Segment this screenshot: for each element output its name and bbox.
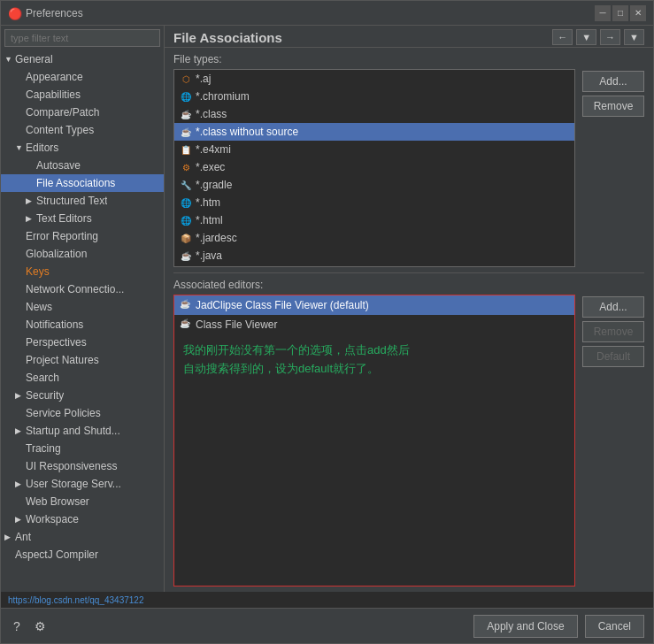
associated-editor-item[interactable]: ☕JadClipse Class File Viewer (default) (174, 295, 574, 315)
tree-item-content-types[interactable]: Content Types (1, 121, 164, 139)
close-button[interactable]: ✕ (630, 5, 646, 21)
apply-close-button[interactable]: Apply and Close (473, 615, 577, 638)
title-bar-left: 🔴 Preferences (8, 7, 83, 19)
filter-input[interactable] (4, 29, 160, 47)
nav-arrows: ← ▼ → ▼ (552, 29, 644, 45)
class-icon: ☕ (180, 108, 192, 120)
tree-item-capabilities[interactable]: Capabilities (1, 86, 164, 104)
jardesc-icon: 📦 (180, 232, 192, 244)
cancel-button[interactable]: Cancel (585, 615, 644, 638)
tree-label-workspace: Workspace (26, 513, 79, 525)
file-type-item[interactable]: 📋*.e4xmi (174, 141, 574, 158)
file-types-buttons: Add... Remove (582, 69, 644, 267)
htm-icon: 🌐 (180, 196, 192, 209)
add-editor-button[interactable]: Add... (582, 296, 644, 318)
right-panel: File Associations ← ▼ → ▼ File types: ⬡*… (165, 26, 653, 592)
tree-arrow-ant[interactable]: ▶ (4, 533, 15, 541)
tree-arrow-structured-text[interactable]: ▶ (26, 196, 36, 205)
tree-item-general[interactable]: ▼General (1, 50, 164, 68)
tree-item-user-storage[interactable]: ▶User Storage Serv... (1, 475, 164, 493)
window-title: Preferences (26, 7, 83, 19)
tree-label-keys: Keys (26, 265, 50, 278)
associated-editors-list[interactable]: ☕JadClipse Class File Viewer (default)☕C… (173, 295, 575, 586)
tree-label-compare-patch: Compare/Patch (26, 106, 99, 119)
add-file-type-button[interactable]: Add... (582, 71, 644, 92)
tree-item-ant[interactable]: ▶Ant (1, 528, 164, 546)
remove-editor-button[interactable]: Remove (582, 321, 644, 342)
tree-arrow-general[interactable]: ▼ (4, 55, 15, 64)
tree-label-ant: Ant (15, 531, 31, 543)
nav-forward-button[interactable]: → (600, 29, 620, 45)
tree-label-ui-responsiveness: UI Responsiveness (26, 460, 117, 472)
associated-editors-section: ☕JadClipse Class File Viewer (default)☕C… (165, 295, 653, 592)
remove-file-type-button[interactable]: Remove (582, 96, 644, 117)
tree-label-general: General (15, 53, 53, 65)
tree-label-error-reporting: Error Reporting (26, 230, 98, 242)
tree-item-file-associations[interactable]: File Associations (1, 174, 164, 192)
settings-button[interactable]: ⚙ (31, 617, 50, 635)
tree-label-user-storage: User Storage Serv... (26, 478, 121, 490)
tree-item-news[interactable]: News (1, 298, 164, 316)
file-type-item[interactable]: ☕*.java (174, 247, 574, 264)
nav-forward-down-button[interactable]: ▼ (624, 29, 644, 45)
minimize-button[interactable]: ─ (595, 5, 611, 21)
file-types-list[interactable]: ⬡*.aj🌐*.chromium☕*.class☕*.class without… (173, 69, 575, 267)
tree-item-search[interactable]: Search (1, 369, 164, 387)
tree-item-security[interactable]: ▶Security (1, 387, 164, 404)
file-types-label: File types: (165, 48, 653, 69)
nav-back-button[interactable]: ← (552, 29, 573, 45)
maximize-button[interactable]: □ (612, 5, 628, 21)
tree-item-project-natures[interactable]: Project Natures (1, 351, 164, 369)
tree-item-web-browser[interactable]: Web Browser (1, 493, 164, 510)
tree-arrow-workspace[interactable]: ▶ (15, 515, 26, 524)
title-bar-controls: ─ □ ✕ (595, 5, 646, 21)
tree-item-globalization[interactable]: Globalization (1, 245, 164, 263)
file-type-item[interactable]: 🌐*.chromium (174, 88, 574, 105)
preferences-window: 🔴 Preferences ─ □ ✕ ▼GeneralAppearanceCa… (0, 0, 654, 644)
tree-item-perspectives[interactable]: Perspectives (1, 334, 164, 351)
tree-item-appearance[interactable]: Appearance (1, 68, 164, 86)
file-type-item[interactable]: 🔧*.gradle (174, 176, 574, 194)
file-type-item[interactable]: 📄*.jpage (174, 264, 574, 267)
tree-item-service-policies[interactable]: Service Policies (1, 404, 164, 422)
tree-item-autosave[interactable]: Autosave (1, 157, 164, 174)
tree-arrow-user-storage[interactable]: ▶ (15, 479, 26, 488)
tree-label-tracing: Tracing (26, 442, 61, 455)
file-type-item[interactable]: ⬡*.aj (174, 70, 574, 88)
file-type-item[interactable]: 🌐*.html (174, 211, 574, 229)
file-type-item[interactable]: ☕*.class without source (174, 123, 574, 141)
tree-item-error-reporting[interactable]: Error Reporting (1, 227, 164, 245)
tree-label-globalization: Globalization (26, 248, 87, 260)
tree-arrow-editors[interactable]: ▼ (15, 143, 26, 152)
file-type-item[interactable]: ☕*.class (174, 105, 574, 123)
file-type-item[interactable]: ⚙*.exec (174, 158, 574, 176)
note-text: 我的刚开始没有第一个的选项，点击add然后 自动搜索得到的，设为default就… (174, 334, 574, 386)
tree-item-network-connection[interactable]: Network Connectio... (1, 280, 164, 298)
help-button[interactable]: ? (10, 617, 24, 635)
tree-item-startup-and-shutdown[interactable]: ▶Startup and Shutd... (1, 422, 164, 440)
tree-label-network-connection: Network Connectio... (26, 283, 124, 295)
nav-back-down-button[interactable]: ▼ (576, 29, 596, 45)
file-types-section: ⬡*.aj🌐*.chromium☕*.class☕*.class without… (165, 69, 653, 272)
file-type-item[interactable]: 📦*.jardesc (174, 229, 574, 247)
tree-item-text-editors[interactable]: ▶Text Editors (1, 210, 164, 227)
associated-editor-item[interactable]: ☕Class File Viewer (174, 315, 574, 334)
tree-item-tracing[interactable]: Tracing (1, 440, 164, 457)
tree-label-content-types: Content Types (26, 124, 94, 136)
url-text: https://blog.csdn.net/qq_43437122 (8, 595, 143, 605)
bottom-bar: ? ⚙ Apply and Close Cancel (1, 608, 653, 643)
tree-item-compare-patch[interactable]: Compare/Patch (1, 104, 164, 121)
tree-item-editors[interactable]: ▼Editors (1, 139, 164, 157)
file-type-item[interactable]: 🌐*.htm (174, 194, 574, 211)
tree-item-notifications[interactable]: Notifications (1, 316, 164, 334)
tree-item-aspectj-compiler[interactable]: AspectJ Compiler (1, 546, 164, 564)
tree-arrow-security[interactable]: ▶ (15, 391, 26, 400)
tree-arrow-startup-and-shutdown[interactable]: ▶ (15, 426, 26, 435)
default-editor-button[interactable]: Default (582, 346, 644, 367)
tree-item-structured-text[interactable]: ▶Structured Text (1, 192, 164, 210)
tree-item-ui-responsiveness[interactable]: UI Responsiveness (1, 457, 164, 475)
tree-item-workspace[interactable]: ▶Workspace (1, 510, 164, 528)
tree-arrow-text-editors[interactable]: ▶ (26, 214, 36, 223)
tree-item-keys[interactable]: Keys (1, 263, 164, 280)
e4xmi-icon: 📋 (180, 143, 192, 156)
